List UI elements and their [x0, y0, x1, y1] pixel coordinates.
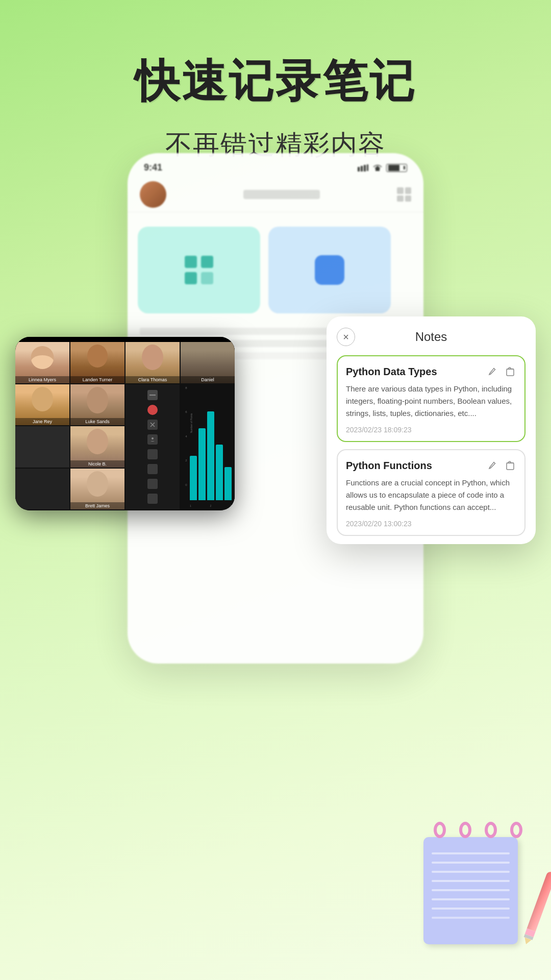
note-2-title: Python Functions: [346, 460, 486, 472]
video-cell-2: Landen Turner: [70, 342, 124, 383]
svg-rect-5: [507, 369, 514, 376]
video-cell-7: [15, 426, 69, 468]
video-cell-8: Nicole B.: [70, 426, 124, 468]
main-title: 快速记录笔记: [0, 0, 551, 112]
note-item-2[interactable]: Python Functions Functions are a crucial…: [337, 449, 525, 536]
note-1-title: Python Data Types: [346, 366, 486, 378]
svg-rect-1: [361, 166, 363, 172]
toolbar-col: [126, 384, 180, 510]
notes-panel: × Notes Python Data Types There are vari…: [327, 316, 536, 544]
video-conference-device: Linnea Myers Landen Turner Clara Thomas …: [15, 337, 235, 510]
status-time: 9:41: [144, 162, 162, 173]
edit-icon-1[interactable]: [486, 365, 498, 378]
note-2-body: Functions are a crucial concept in Pytho…: [346, 477, 516, 513]
video-cell-10: Brett James: [70, 469, 124, 510]
note-1-date: 2023/02/23 18:09:23: [346, 426, 516, 434]
video-cell-5: Jane Rey: [15, 384, 69, 426]
background: 快速记录笔记 不再错过精彩内容 9:41: [0, 0, 551, 980]
notes-header: × Notes: [337, 328, 525, 346]
video-cell-9: [15, 469, 69, 510]
chart-area: 8 6 4 2 0 1 2 3 Number: [181, 384, 235, 510]
delete-icon-1[interactable]: [504, 365, 516, 378]
note-2-date: 2023/02/20 13:00:23: [346, 520, 516, 528]
delete-icon-2[interactable]: [504, 459, 516, 472]
svg-rect-0: [358, 167, 360, 172]
edit-icon-2[interactable]: [486, 459, 498, 472]
svg-rect-3: [367, 164, 368, 171]
svg-rect-2: [364, 165, 366, 172]
close-button[interactable]: ×: [337, 328, 355, 346]
notes-title: Notes: [355, 330, 507, 344]
video-cell-1: Linnea Myers: [15, 342, 69, 383]
svg-rect-6: [507, 463, 514, 470]
note-item-1[interactable]: Python Data Types There are various data…: [337, 355, 525, 442]
video-cell-3: Clara Thomas: [126, 342, 180, 383]
video-cell-4: Daniel: [181, 342, 235, 383]
video-cell-6: Luke Sands: [70, 384, 124, 426]
svg-point-4: [152, 437, 154, 439]
note-1-body: There are various data types in Python, …: [346, 383, 516, 420]
notebook-decoration: [423, 822, 536, 944]
